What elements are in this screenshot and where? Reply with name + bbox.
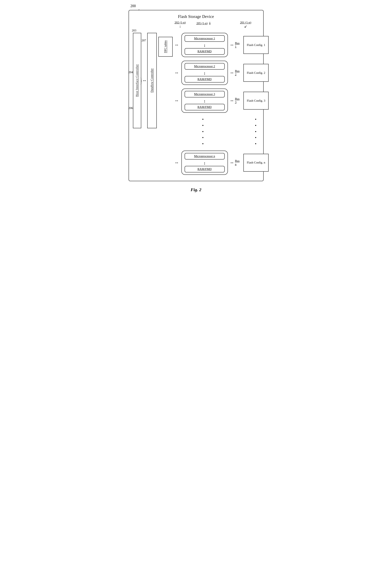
mp3-ram-label: RAM/FMD [197,105,212,109]
mpn-inner-box: Microprocessor n [185,153,225,159]
mp-groups-area: ↔ Microprocessor 1 ↕ RAM/FMD [175,33,269,175]
mp1-ram-box: RAM/FMD [185,48,225,55]
dataflow-label: Dataflow Controller [150,68,154,93]
hic-dfc-arrows: ↔ [142,33,147,128]
flash-config-1-label: Flash Config. 1 [247,43,265,47]
mp-group-2: Microprocessor 2 ↕ RAM/FMD [181,61,228,85]
mp1-ram-label: RAM/FMD [197,50,212,53]
mp-group-3: Microprocessor 3 ↕ RAM/FMD [181,89,228,113]
mp2-bus-arrow-sym: ↔ [230,70,234,75]
page-container: 200 ↙ Flash Storage Device 202 (1-n) ↓ 2… [127,8,266,192]
dfc-tables-box: DFC tables [158,37,173,57]
mp3-vertical-arrow: ↕ [185,99,225,103]
mpn-ram-box: RAM/FMD [185,166,225,172]
mp-row-3: ↔ Microprocessor 3 ↕ RAM/FMD ↔ [175,89,269,113]
flash-config-n-box: Flash Config. n [243,154,268,172]
ref-201-label: 201 (1-n) ↙ [240,21,251,29]
mp2-left-arrow: ↔ [175,70,179,75]
dataflow-section: 207 Dataflow Controller DFC tables [147,33,157,128]
flash-config-3-label: Flash Config. 3 [247,99,265,102]
mp-row-n: ↔ Microprocessor n ↕ RAM/FMD ↔ [175,150,269,175]
mp1-vertical-arrow: ↕ [185,43,225,48]
ref-207: 207 [142,39,146,42]
mp2-label: Microprocessor 2 [194,65,215,68]
mp3-bus-area: ↔ Bus 3 [230,97,242,104]
mp2-bus-area: ↔ Bus 2 [230,69,242,76]
mp1-bus-area: ↔ Bus 1 [230,42,242,48]
host-brace-icon: } [140,76,142,85]
host-interface-box: Host Interface Controller } [133,33,141,128]
mp1-left-arrow: ↔ [175,42,179,47]
ref-206: 206 [129,106,133,110]
mp-row-1: ↔ Microprocessor 1 ↕ RAM/FMD [175,33,269,57]
mp3-bus-arrow-sym: ↔ [230,98,234,103]
dots-center: • • • • • [181,116,225,147]
dataflow-box: Dataflow Controller [147,33,157,128]
mp-group-1: Microprocessor 1 ↕ RAM/FMD [181,33,228,57]
dfc-tables-label: DFC tables [164,40,167,53]
mp1-bus-arrow-sym: ↔ [230,42,234,47]
dots-right: • • • • • [243,116,269,147]
flash-config-3-box: Flash Config. 3 [243,92,268,110]
mpn-vertical-arrow: ↕ [185,161,225,165]
mp3-label: Microprocessor 3 [194,93,215,96]
mpn-bus-arrow-sym: ↔ [230,160,234,165]
top-refs-area: 202 (1-n) ↓ 205 (1-n) ↘ 201 (1-n) ↙ [133,21,259,31]
mpn-bus-area: ↔ Bus n [230,159,242,166]
mp1-bus-label: Bus 1 [235,42,242,48]
mp2-ram-box: RAM/FMD [185,76,225,83]
mpn-bus-label: Bus n [235,159,242,166]
host-interface-section: 203 Host Interface Controller } 204 206 [133,33,141,128]
figure-caption: Fig. 2 [191,187,201,192]
mp3-left-arrow: ↔ [175,98,179,103]
mp3-inner-box: Microprocessor 3 [185,91,225,98]
flash-config-2-box: Flash Config. 2 [243,64,268,82]
mp3-ram-box: RAM/FMD [185,104,225,110]
main-content-row: 203 Host Interface Controller } 204 206 … [133,33,259,175]
mp1-inner-box: Microprocessor 1 [185,35,225,42]
mp3-bus-label: Bus 3 [235,97,242,104]
flash-storage-title: Flash Storage Device [133,14,259,19]
mp1-label: Microprocessor 1 [194,37,215,40]
flash-config-2-label: Flash Config. 2 [247,71,265,75]
ref-203: 203 [132,29,136,32]
mp2-ram-label: RAM/FMD [197,78,212,81]
host-interface-label: Host Interface Controller [135,64,139,97]
mp-group-n: Microprocessor n ↕ RAM/FMD [181,150,228,175]
ref-205-label: 205 (1-n) ↘ [196,21,211,25]
ref-202-label: 202 (1-n) ↓ [175,21,186,28]
outer-diagram-box: Flash Storage Device 202 (1-n) ↓ 205 (1-… [129,10,264,181]
dots-row: • • • • • • • • • • [175,116,269,147]
mp2-inner-box: Microprocessor 2 [185,63,225,70]
mp2-vertical-arrow: ↕ [185,71,225,76]
hic-dfc-double-arrow: ↔ [142,78,147,83]
ref-204: 204 [129,71,133,74]
ref-200-label: 200 [130,4,136,8]
flash-config-1-box: Flash Config. 1 [243,36,268,54]
flash-config-n-label: Flash Config. n [247,161,265,164]
mpn-left-arrow: ↔ [175,160,179,165]
mp-row-2: ↔ Microprocessor 2 ↕ RAM/FMD ↔ [175,61,269,85]
mpn-ram-label: RAM/FMD [197,167,212,171]
mp2-bus-label: Bus 2 [235,69,242,76]
mpn-label: Microprocessor n [194,154,215,158]
